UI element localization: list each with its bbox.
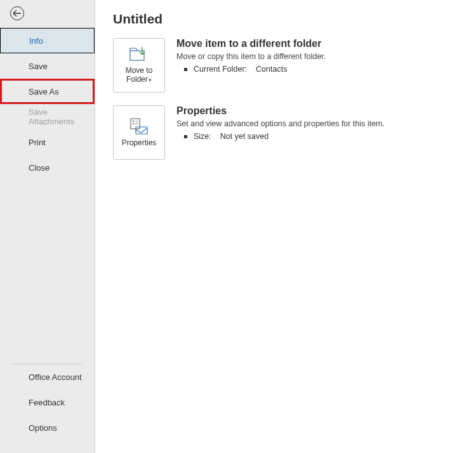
section-move-heading: Move item to a different folder [176, 38, 458, 49]
sidebar-item-options[interactable]: Options [0, 415, 95, 440]
sidebar-item-label: Close [29, 163, 50, 173]
chevron-down-icon: ▾ [149, 77, 152, 83]
section-move: Move to Folder▾ Move item to a different… [113, 38, 458, 93]
sidebar-item-print[interactable]: Print [0, 129, 95, 155]
bullet-icon [184, 68, 187, 71]
sidebar-item-close[interactable]: Close [0, 155, 95, 180]
svg-rect-4 [133, 123, 134, 124]
section-properties-heading: Properties [176, 105, 458, 117]
properties-button[interactable]: Properties [113, 105, 165, 160]
sidebar-item-label: Save Attachments [29, 107, 95, 126]
backstage-sidebar: Info Save Save As Save Attachments Print… [0, 0, 95, 453]
sidebar-nav-top: Info Save Save As Save Attachments Print… [0, 28, 95, 180]
sidebar-item-label: Office Account [29, 372, 82, 382]
tile-label: Move to Folder▾ [123, 66, 155, 84]
sidebar-item-label: Info [29, 36, 43, 46]
section-move-body: Move item to a different folder Move or … [176, 38, 458, 93]
sidebar-item-label: Options [29, 423, 57, 433]
sidebar-item-label: Feedback [29, 398, 65, 407]
page-title: Untitled [113, 11, 458, 27]
section-properties: Properties Properties Set and view advan… [113, 105, 458, 160]
size-row: Size: Not yet saved [176, 132, 458, 141]
back-button[interactable] [10, 6, 24, 20]
bullet-icon [184, 135, 187, 138]
sidebar-item-feedback[interactable]: Feedback [0, 390, 95, 415]
current-folder-value: Contacts [256, 65, 287, 74]
current-folder-row: Current Folder: Contacts [176, 65, 458, 74]
sidebar-item-label: Print [29, 138, 46, 147]
sidebar-item-office-account[interactable]: Office Account [0, 364, 95, 390]
tile-label: Properties [119, 138, 159, 147]
properties-icon [129, 118, 149, 135]
svg-rect-2 [133, 121, 134, 122]
move-folder-icon [129, 47, 149, 62]
section-properties-desc: Set and view advanced options and proper… [176, 119, 458, 128]
size-value: Not yet saved [220, 132, 268, 141]
sidebar-item-label: Save [29, 62, 48, 71]
sidebar-nav-bottom: Office Account Feedback Options [0, 364, 95, 440]
sidebar-item-save[interactable]: Save [0, 53, 95, 79]
sidebar-item-save-as[interactable]: Save As [0, 79, 95, 104]
back-arrow-icon [13, 10, 21, 16]
section-move-desc: Move or copy this item to a different fo… [176, 52, 458, 61]
move-to-folder-button[interactable]: Move to Folder▾ [113, 38, 165, 93]
content-area: Untitled Move to Folder▾ Move item to a … [95, 0, 476, 453]
size-key: Size: [194, 132, 211, 141]
sidebar-item-label: Save As [29, 87, 59, 96]
current-folder-key: Current Folder: [194, 65, 247, 74]
sidebar-item-info[interactable]: Info [0, 28, 95, 53]
section-properties-body: Properties Set and view advanced options… [176, 105, 458, 160]
sidebar-item-save-attachments: Save Attachments [0, 104, 95, 129]
